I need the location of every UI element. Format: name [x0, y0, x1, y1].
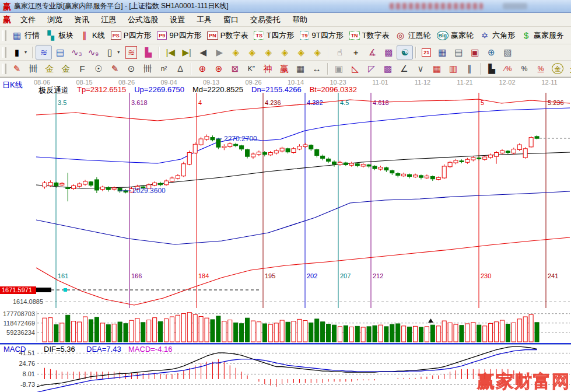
brush-tool-2[interactable]: ✎: [107, 62, 123, 76]
candle-body: [414, 175, 418, 177]
pct-slope-tool[interactable]: ∕%: [500, 62, 516, 76]
menu-item-9[interactable]: 帮助: [286, 13, 313, 26]
9p-square-button[interactable]: P99P四方形: [154, 29, 204, 42]
chart-canvas[interactable]: 08-0608-1508-2609-0409-1309-2610-1410-23…: [0, 78, 571, 392]
quotes-button[interactable]: ▦行情: [9, 29, 43, 43]
prev-bar-button[interactable]: ◀: [195, 46, 211, 60]
gann-target-tool[interactable]: ⊕: [194, 62, 211, 76]
n-square-tool[interactable]: n²: [156, 62, 172, 76]
volume-bar: [181, 314, 185, 342]
stat-bars-tool[interactable]: ▙: [484, 62, 500, 76]
crosshair-button[interactable]: +: [348, 46, 364, 60]
expand-all-button[interactable]: ◈: [309, 46, 325, 60]
red-grid-tool-1[interactable]: ▦: [429, 62, 445, 76]
menu-item-4[interactable]: 公式选股: [122, 13, 164, 26]
compress-left-button[interactable]: ◈: [227, 46, 244, 60]
volume-bar: [187, 313, 191, 342]
parallel-lines-tool[interactable]: ∥: [461, 62, 478, 76]
volume-bar: [112, 324, 116, 342]
data-export-button[interactable]: ⊕: [483, 46, 499, 60]
zigzag-tool[interactable]: ∨: [412, 62, 429, 76]
t-square-button[interactable]: TST四方形: [251, 29, 296, 42]
window-title: 赢家江恩专业版[赢家内部服务平台] - [上证指数 SH1A0001-111日K…: [14, 1, 229, 11]
price-grid-tool[interactable]: 卌: [139, 62, 156, 76]
volume-bar: [379, 325, 383, 342]
wave-count-3-button[interactable]: ∿₃: [68, 46, 85, 60]
title-bar[interactable]: 赢 赢家江恩专业版[赢家内部服务平台] - [上证指数 SH1A0001-111…: [0, 0, 571, 13]
ying-grid-tool[interactable]: 赢: [276, 62, 292, 76]
number-grid-tool[interactable]: ▦: [292, 62, 309, 76]
pct-slope-tool-icon: ∕%: [503, 63, 513, 75]
p-table-button[interactable]: PNP数字表: [204, 29, 251, 42]
window-frame-tool[interactable]: ▣: [331, 62, 347, 76]
note-pad-button[interactable]: ▤: [52, 46, 68, 60]
shen-grid-tool[interactable]: 神: [260, 62, 276, 76]
trend-angles-tool[interactable]: ∠: [396, 62, 412, 76]
candle-tool-dropdown[interactable]: ▯▾: [101, 46, 122, 60]
save-button[interactable]: ▣: [467, 46, 483, 60]
menu-item-2[interactable]: 资讯: [68, 13, 95, 26]
gann-grid-tool[interactable]: 卌: [25, 62, 41, 76]
workstation-button[interactable]: ▧: [499, 46, 516, 60]
last-bar-button[interactable]: ▶|: [178, 46, 195, 60]
compress-all-button[interactable]: ◈: [293, 46, 309, 60]
menu-item-8[interactable]: 交易委托: [244, 13, 286, 26]
smart-analysis-toggle[interactable]: ☯: [397, 46, 413, 60]
purple-grid-tool[interactable]: ▩: [380, 62, 396, 76]
compress-right-button[interactable]: ◈: [244, 46, 260, 60]
angle-gauge-tool[interactable]: ∆: [172, 62, 188, 76]
spiral-tool[interactable]: ☉: [90, 62, 107, 76]
hexagon-button[interactable]: ✡六角形: [477, 29, 518, 43]
brush-tool[interactable]: ✎: [9, 62, 25, 76]
menu-item-1[interactable]: 浏览: [41, 13, 68, 26]
angle-measure-button[interactable]: ∡: [364, 46, 380, 60]
star-rays-tool[interactable]: ⊛: [211, 62, 227, 76]
9t-square-button[interactable]: T99T四方形: [297, 29, 346, 42]
gann-box-button[interactable]: ▩: [380, 46, 397, 60]
p-square-button[interactable]: PSP四方形: [108, 29, 155, 42]
first-bar-button[interactable]: |◀: [162, 46, 178, 60]
next-bar-button[interactable]: ▶: [211, 46, 227, 60]
t-table-button[interactable]: TNT数字表: [346, 29, 393, 42]
9p-square-button-label: 9P四方形: [169, 30, 201, 41]
volume-profile-button[interactable]: ▙: [140, 46, 156, 60]
candle-body: [176, 176, 180, 178]
calculator-button[interactable]: ▦: [434, 46, 450, 60]
menu-item-0[interactable]: 文件: [15, 13, 41, 26]
report-button[interactable]: ▤: [450, 46, 467, 60]
ray-fan-tool[interactable]: ◺: [347, 62, 363, 76]
fan-box-tool[interactable]: ◸: [363, 62, 380, 76]
fib-fence-tool[interactable]: F: [74, 62, 90, 76]
percent-tool[interactable]: %: [516, 62, 533, 76]
span-arrows-tool-icon: ↔: [311, 63, 322, 75]
span-arrows-tool[interactable]: ↔: [309, 62, 325, 76]
time-circle-tool[interactable]: ⊙: [123, 62, 139, 76]
red-grid-tool-2[interactable]: ▥: [445, 62, 461, 76]
gold-circle-tool[interactable]: 金: [549, 62, 566, 75]
compress-horizontal-button[interactable]: ◈: [260, 46, 276, 60]
sectors-button[interactable]: ▚板块: [43, 29, 76, 43]
pan-hand-button[interactable]: ☝: [331, 46, 348, 60]
k-mark-tool[interactable]: K″: [243, 62, 260, 76]
gold-grid-tool-2[interactable]: 金: [58, 62, 74, 76]
menu-item-6[interactable]: 工具: [191, 13, 218, 26]
percent-line-tool[interactable]: %: [533, 62, 549, 76]
t-square-button-label: T四方形: [267, 30, 294, 41]
menu-item-3[interactable]: 江恩: [95, 13, 122, 26]
channel-line-dn: [36, 191, 570, 244]
calendar-button[interactable]: 21: [419, 47, 434, 58]
expand-horizontal-button[interactable]: ◈: [276, 46, 293, 60]
gann-wheel-button[interactable]: ◎江恩轮: [393, 29, 434, 43]
kline-button[interactable]: ∥K线: [76, 29, 108, 43]
red-draw-toggle[interactable]: ≋: [122, 45, 140, 60]
menu-item-7[interactable]: 窗口: [218, 13, 244, 26]
gold-level-tool[interactable]: 金: [566, 62, 571, 76]
chart-style-dropdown[interactable]: ▮▾: [9, 46, 30, 60]
menu-item-5[interactable]: 设置: [164, 13, 191, 26]
wave-count-9-button[interactable]: ∿₉: [85, 46, 102, 60]
box-target-tool[interactable]: ⊠: [227, 62, 243, 76]
gold-grid-tool-1[interactable]: 金: [41, 62, 58, 76]
winner-service-button[interactable]: $赢家服务: [518, 29, 567, 43]
gann-draw-toggle[interactable]: ≋: [36, 46, 52, 60]
winner-wheel-button[interactable]: Big赢家轮: [434, 29, 477, 42]
